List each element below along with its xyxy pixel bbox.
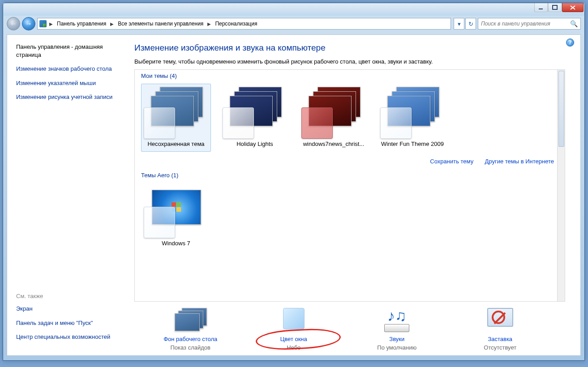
bottom-settings-row: Фон рабочего стола Показ слайдов Цвет ок… bbox=[134, 302, 565, 351]
window-color-swatch bbox=[223, 107, 254, 139]
theme-name: windows7news_christ... bbox=[301, 141, 366, 148]
content-area: Панель управления - домашняя страница Из… bbox=[7, 34, 581, 356]
desktop-background-item[interactable]: Фон рабочего стола Показ слайдов bbox=[139, 308, 242, 351]
desktop-background-link[interactable]: Фон рабочего стола bbox=[139, 336, 242, 342]
back-button[interactable]: ← bbox=[7, 17, 20, 30]
svg-rect-0 bbox=[539, 9, 543, 9]
scroll-thumb[interactable] bbox=[558, 71, 564, 147]
sounds-icon: ♪♫ bbox=[380, 308, 413, 331]
theme-thumbnail bbox=[145, 87, 207, 137]
theme-item[interactable]: Holiday Lights bbox=[220, 84, 290, 152]
screensaver-item[interactable]: Заставка Отсутствует bbox=[449, 308, 552, 351]
see-also-ease-of-access[interactable]: Центр специальных возможностей bbox=[16, 333, 115, 341]
sidebar: Панель управления - домашняя страница Из… bbox=[7, 35, 124, 355]
window-color-swatch bbox=[301, 107, 333, 139]
titlebar bbox=[3, 3, 584, 16]
screensaver-link[interactable]: Заставка bbox=[449, 336, 552, 342]
theme-item[interactable]: windows7news_christ... bbox=[299, 84, 369, 152]
theme-actions: Сохранить тему Другие темы в Интернете bbox=[135, 155, 565, 169]
theme-item[interactable]: Winter Fun Theme 2009 bbox=[378, 84, 447, 152]
screensaver-icon bbox=[484, 308, 517, 331]
address-bar[interactable]: ▶ Панель управления ▶ Все элементы панел… bbox=[37, 18, 451, 30]
sidebar-link-mouse-pointers[interactable]: Изменение указателей мыши bbox=[16, 79, 115, 87]
see-also-display[interactable]: Экран bbox=[16, 305, 115, 313]
aero-themes-label: Темы Aero (1) bbox=[135, 169, 565, 181]
control-panel-icon bbox=[39, 20, 47, 27]
theme-thumbnail bbox=[381, 87, 444, 137]
window-color-icon bbox=[277, 308, 310, 331]
theme-name: Winter Fun Theme 2009 bbox=[380, 141, 445, 148]
page-description: Выберите тему, чтобы одновременно измени… bbox=[134, 58, 576, 65]
sidebar-link-account-picture[interactable]: Изменение рисунка учетной записи bbox=[16, 93, 115, 101]
chevron-right-icon[interactable]: ▶ bbox=[48, 21, 54, 26]
theme-thumbnail bbox=[302, 87, 365, 137]
sidebar-home-link[interactable]: Панель управления - домашняя страница bbox=[16, 43, 115, 59]
my-themes-row: Несохраненная тема Holiday Lights bbox=[135, 82, 565, 155]
minimize-button[interactable] bbox=[534, 3, 548, 12]
chevron-right-icon[interactable]: ▶ bbox=[206, 21, 212, 26]
sounds-value: По умолчанию bbox=[377, 344, 416, 351]
search-box[interactable]: 🔍 bbox=[478, 18, 581, 30]
window-color-item[interactable]: Цвет окна Небо bbox=[242, 308, 345, 351]
sounds-item[interactable]: ♪♫ Звуки По умолчанию bbox=[345, 308, 448, 351]
window-color-value: Небо bbox=[287, 344, 300, 351]
desktop-background-value: Показ слайдов bbox=[170, 344, 210, 351]
window-color-swatch bbox=[144, 107, 175, 139]
address-dropdown-button[interactable]: ▾ bbox=[454, 18, 464, 30]
breadcrumb-item[interactable]: Все элементы панели управления bbox=[116, 20, 205, 28]
theme-thumbnail bbox=[145, 186, 207, 236]
page-title: Изменение изображения и звука на компьют… bbox=[134, 43, 576, 53]
theme-thumbnail bbox=[223, 87, 286, 137]
see-also-block: См. также Экран Панель задач и меню "Пус… bbox=[16, 293, 124, 347]
theme-name: Несохраненная тема bbox=[143, 141, 209, 148]
scrollbar[interactable] bbox=[557, 70, 565, 301]
close-button[interactable] bbox=[562, 3, 584, 12]
theme-name: Holiday Lights bbox=[222, 141, 288, 148]
help-icon[interactable]: ? bbox=[566, 38, 574, 47]
see-also-taskbar[interactable]: Панель задач и меню "Пуск" bbox=[16, 319, 115, 327]
desktop-background-icon bbox=[174, 308, 207, 331]
chevron-right-icon[interactable]: ▶ bbox=[109, 21, 115, 26]
see-also-title: См. также bbox=[16, 293, 124, 299]
maximize-button[interactable] bbox=[548, 3, 562, 12]
theme-item[interactable]: Несохраненная тема bbox=[141, 84, 211, 152]
address-tools: ▾ ↻ bbox=[454, 18, 476, 30]
window-color-swatch bbox=[144, 207, 175, 238]
sidebar-link-desktop-icons[interactable]: Изменение значков рабочего стола bbox=[16, 65, 115, 73]
breadcrumb-item[interactable]: Персонализация bbox=[214, 20, 258, 28]
my-themes-label: Мои темы (4) bbox=[135, 70, 565, 82]
theme-item[interactable]: Windows 7 bbox=[141, 183, 211, 251]
aero-themes-row: Windows 7 bbox=[135, 181, 565, 255]
more-themes-link[interactable]: Другие темы в Интернете bbox=[485, 158, 554, 165]
theme-name: Windows 7 bbox=[143, 240, 209, 247]
search-input[interactable] bbox=[481, 21, 578, 27]
navbar: ← → ▶ Панель управления ▶ Все элементы п… bbox=[7, 16, 581, 32]
window-color-swatch bbox=[380, 107, 412, 139]
breadcrumb-item[interactable]: Панель управления bbox=[56, 20, 107, 28]
main-panel: ? Изменение изображения и звука на компь… bbox=[124, 35, 580, 355]
forward-button[interactable]: → bbox=[22, 17, 35, 30]
sounds-link[interactable]: Звуки bbox=[345, 336, 448, 342]
screensaver-value: Отсутствует bbox=[484, 344, 516, 351]
window-color-link[interactable]: Цвет окна bbox=[242, 336, 345, 342]
svg-rect-1 bbox=[553, 5, 557, 9]
save-theme-link[interactable]: Сохранить тему bbox=[430, 158, 473, 165]
themes-box: Мои темы (4) Несохраненная тема bbox=[134, 69, 565, 302]
window: ← → ▶ Панель управления ▶ Все элементы п… bbox=[3, 3, 585, 361]
search-icon[interactable]: 🔍 bbox=[570, 20, 578, 27]
refresh-button[interactable]: ↻ bbox=[465, 18, 476, 30]
